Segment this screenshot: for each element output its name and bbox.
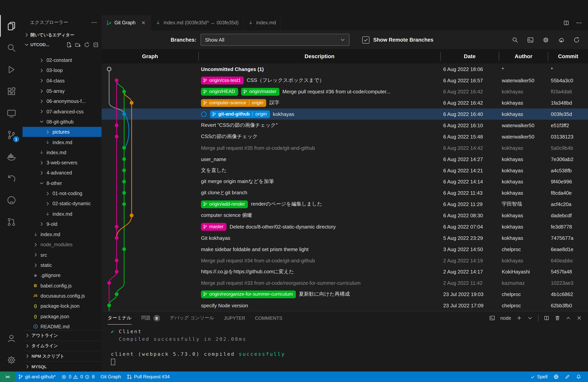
activity-extensions-icon[interactable] xyxy=(0,80,22,102)
tree-item-package-lock-json[interactable]: {}package-lock.json xyxy=(22,301,102,311)
activity-source-control-icon[interactable]: 1 xyxy=(0,124,22,146)
branch-badge[interactable]: computer-scienceorigin xyxy=(201,99,266,107)
terminal-output[interactable]: ✔ Client Compiled successfully in 202.08… xyxy=(102,325,588,365)
tree-item-docusaurus-config-js[interactable]: JSdocusaurus.config.js xyxy=(22,291,102,301)
close-icon[interactable] xyxy=(141,20,146,25)
activity-search-icon[interactable] xyxy=(0,37,22,59)
plus-icon[interactable] xyxy=(516,315,522,321)
commit-row[interactable]: origin/HEADorigin/masterMerge pull reque… xyxy=(102,86,588,97)
activity-remote-explorer-icon[interactable] xyxy=(0,102,22,124)
tree-item-08-git-github[interactable]: 08-git-github xyxy=(22,117,102,127)
branch-badge[interactable]: origin/css-test1 xyxy=(201,76,244,85)
commit-row[interactable]: masterDelete docs/8-other/02-static-dyna… xyxy=(102,221,588,232)
show-remote-checkbox[interactable] xyxy=(362,36,370,43)
close-icon[interactable] xyxy=(576,315,582,321)
activity-docker-icon[interactable] xyxy=(0,146,22,168)
tree-item-4-advanced[interactable]: 4-advanced xyxy=(22,168,102,178)
sidebar-section-NPM スクリプト[interactable]: NPM スクリプト xyxy=(22,351,102,361)
commit-row[interactable]: https://.co.jpをhttps://github.comに変えた2 A… xyxy=(102,266,588,277)
tree-item-src[interactable]: src xyxy=(22,250,102,260)
cloud-upload-icon[interactable] xyxy=(558,37,565,43)
branch-badge[interactable]: master xyxy=(201,223,227,231)
tree-item--gitignore[interactable]: ◆.gitignore xyxy=(22,270,102,281)
chevron-up-icon[interactable] xyxy=(566,315,571,321)
tree-item-01-not-coding[interactable]: 01-not-coding xyxy=(22,188,102,199)
commit-row[interactable]: origin/reorganize-for-summer-curriculum夏… xyxy=(102,289,588,300)
activity-run-debug-icon[interactable] xyxy=(0,59,22,80)
tree-item-index-md[interactable]: index.md xyxy=(22,229,102,240)
commit-row[interactable]: Uncommitted Changes (1)6 Aug 2022 18:06*… xyxy=(102,64,588,75)
commit-row[interactable]: Revert "CSSの節の画像チェック"6 Aug 2022 16:10wat… xyxy=(102,120,588,131)
tree-item-3-web-servers[interactable]: 3-web-servers xyxy=(22,158,102,168)
trash-icon[interactable] xyxy=(555,315,560,321)
explorer-more-icon[interactable] xyxy=(91,20,97,25)
commit-row[interactable]: specify Node version23 Jul 2022 17:09che… xyxy=(102,300,588,311)
branch-indicator[interactable]: git-and-github* xyxy=(15,374,59,379)
commit-row[interactable]: computer-scienceorigin誤字6 Aug 2022 16:42… xyxy=(102,97,588,108)
tree-item-05-array[interactable]: 05-array xyxy=(22,86,102,96)
tree-item-index-md[interactable]: index.md xyxy=(22,148,102,158)
commit-row[interactable]: Merge pull request #33 from ut-code/reor… xyxy=(102,277,588,289)
panel-tab-問題[interactable]: 問題8 xyxy=(141,311,160,325)
activity-github-icon[interactable] xyxy=(0,189,22,211)
activity-explorer-icon[interactable] xyxy=(0,15,22,37)
activity-undo-icon[interactable] xyxy=(0,167,22,189)
search-icon[interactable] xyxy=(512,37,518,43)
terminal-icon[interactable] xyxy=(527,37,534,43)
commit-row[interactable]: git cloneとgit branch6 Aug 2022 11:43kokh… xyxy=(102,187,588,199)
new-file-icon[interactable] xyxy=(66,42,72,47)
panel-tab-デバッグ コンソール[interactable]: デバッグ コンソール xyxy=(170,311,214,325)
tree-item-index-md[interactable]: index.md xyxy=(22,137,102,148)
panel-tab-ターミナル[interactable]: ターミナル xyxy=(107,311,131,325)
panel-tab-JUPYTER[interactable]: JUPYTER xyxy=(224,311,245,325)
pencil-icon[interactable] xyxy=(562,374,573,379)
problems-indicator[interactable]: 0 0 8 xyxy=(59,374,97,379)
commit-row[interactable]: git-and-githuboriginkokhayas6 Aug 2022 1… xyxy=(102,108,588,120)
panel-tab-COMMENTS[interactable]: COMMENTS xyxy=(255,311,282,325)
refresh-icon[interactable] xyxy=(573,37,580,43)
branch-badge[interactable]: origin/master xyxy=(241,87,279,95)
sidebar-section-アウトライン[interactable]: アウトライン xyxy=(22,330,102,340)
editor-more-icon[interactable] xyxy=(576,20,582,26)
tree-item-9-old[interactable]: 9-old xyxy=(22,219,102,229)
sidebar-section-タイムライン[interactable]: タイムライン xyxy=(22,340,102,351)
editor-tab-index.md[interactable]: index.md xyxy=(243,15,281,30)
settings-icon[interactable] xyxy=(543,37,549,43)
activity-settings-icon[interactable] xyxy=(0,349,22,371)
tree-item-static[interactable]: static xyxy=(22,260,102,270)
commit-row[interactable]: 文を直した6 Aug 2022 14:21kokhayasa4c538fb xyxy=(102,165,588,176)
branch-badge[interactable]: origin/add-render xyxy=(201,200,248,208)
chevron-down-icon[interactable] xyxy=(527,315,533,321)
tree-item-06-anonymous-f-[interactable]: 06-anonymous-f... xyxy=(22,96,102,106)
commit-row[interactable]: computer science 俯瞰6 Aug 2022 08:30kokha… xyxy=(102,210,588,221)
remote-indicator[interactable]: >< xyxy=(0,371,15,382)
commit-row[interactable]: origin/add-renderrenderのページを編集しました6 Aug … xyxy=(102,199,588,210)
commit-row[interactable]: Merge pull request #34 from ut-code/git-… xyxy=(102,255,588,266)
tree-item-8-other[interactable]: 8-other xyxy=(22,178,102,189)
branch-badge[interactable]: origin/HEAD xyxy=(201,87,238,95)
refresh-icon[interactable] xyxy=(84,42,90,47)
tree-item-babel-config-js[interactable]: Bbabel.config.js xyxy=(22,280,102,291)
tree-item-node-modules[interactable]: node_modules xyxy=(22,240,102,250)
tree-item-index-md[interactable]: index.md xyxy=(22,209,102,219)
tree-item-02-static-dynamic[interactable]: 02-static-dynamic xyxy=(22,199,102,209)
tree-item-04-class[interactable]: 04-class xyxy=(22,76,102,86)
pull-request-status-item[interactable]: Pull Request #34 xyxy=(124,374,173,379)
branches-dropdown[interactable]: Show All xyxy=(201,34,350,46)
git-graph-status-item[interactable]: Git Graph xyxy=(98,374,124,379)
commit-row[interactable]: Git kokhayas5 Aug 2022 23:29kokhayas7475… xyxy=(102,232,588,244)
split-icon[interactable] xyxy=(544,315,549,321)
activity-pull-requests-icon[interactable] xyxy=(0,211,22,233)
globe-icon[interactable] xyxy=(550,374,562,379)
commit-row[interactable]: user_name6 Aug 2022 14:27kokhayas7e306ab… xyxy=(102,153,588,165)
activity-account-icon[interactable] xyxy=(0,327,22,349)
commit-row[interactable]: CSSの節の画像チェック6 Aug 2022 15:48waterwalker5… xyxy=(102,131,588,142)
workspace-section[interactable]: UTCOD... xyxy=(22,40,102,50)
commit-row[interactable]: make sidebar foldable and set prism them… xyxy=(102,244,588,255)
new-folder-icon[interactable] xyxy=(75,42,81,47)
shell-label[interactable]: node xyxy=(500,315,511,321)
editor-tab-git[interactable]: Git Graph xyxy=(102,15,151,30)
bell-icon[interactable] xyxy=(573,374,584,379)
split-editor-icon[interactable] xyxy=(563,20,569,26)
commit-row[interactable]: origin/css-test1CSS（フレックスボックスまで）6 Aug 20… xyxy=(102,75,588,86)
